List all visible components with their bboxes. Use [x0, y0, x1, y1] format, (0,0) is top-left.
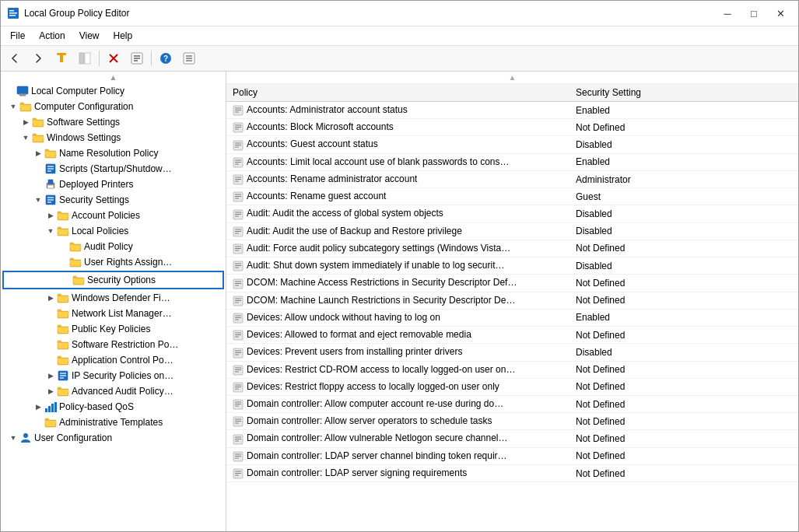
delete-button[interactable] — [103, 48, 124, 68]
table-row[interactable]: Domain controller: Allow server operator… — [226, 413, 798, 430]
table-row[interactable]: Accounts: Rename administrator accountAd… — [226, 170, 798, 187]
expand-icon-windows-defender[interactable]: ▶ — [44, 292, 57, 304]
expand-icon-user-rights — [57, 256, 69, 268]
sidebar-item-label-account-policies: Account Policies — [72, 210, 140, 221]
up-button[interactable] — [51, 48, 72, 68]
sidebar-item-local-policies[interactable]: ▼ Local Policies — [1, 223, 226, 239]
sidebar-item-user-rights[interactable]: User Rights Assign… — [1, 254, 226, 270]
table-row[interactable]: Accounts: Rename guest accountGuest — [226, 188, 798, 205]
policy-name-cell: Devices: Allowed to format and eject rem… — [226, 327, 569, 344]
export-button[interactable] — [178, 48, 200, 68]
expand-icon-name-resolution[interactable]: ▶ — [32, 147, 44, 159]
expand-icon-local-policies[interactable]: ▼ — [44, 225, 57, 237]
policy-setting-cell: Disabled — [569, 136, 798, 153]
policy-setting-cell: Guest — [569, 188, 798, 205]
sidebar-item-software-settings[interactable]: ▶ Software Settings — [1, 114, 226, 130]
svg-rect-67 — [233, 210, 243, 219]
table-row[interactable]: Domain controller: Allow vulnerable Netl… — [226, 430, 798, 447]
table-row[interactable]: Devices: Allowed to format and eject rem… — [226, 327, 798, 344]
table-row[interactable]: DCOM: Machine Launch Restrictions in Sec… — [226, 292, 798, 309]
policy-setting-cell: Administrator — [569, 170, 798, 187]
svg-rect-6 — [79, 53, 84, 64]
sidebar-item-advanced-audit[interactable]: ▶ Advanced Audit Policy… — [1, 383, 226, 399]
sidebar-item-name-resolution[interactable]: ▶ Name Resolution Policy — [1, 145, 226, 161]
sidebar-item-user-config[interactable]: ▼ User Configuration — [1, 430, 226, 446]
folder-open-icon — [19, 100, 32, 113]
sidebar-item-audit-policy[interactable]: Audit Policy — [1, 239, 226, 254]
help-button[interactable]: ? — [155, 48, 177, 68]
sidebar-item-public-key[interactable]: Public Key Policies — [1, 321, 226, 337]
sidebar-item-deployed-printers[interactable]: Deployed Printers — [1, 177, 226, 192]
svg-rect-20 — [17, 86, 28, 94]
sidebar-item-windows-settings[interactable]: ▼ Windows Settings — [1, 130, 226, 145]
expand-icon-computer-config[interactable]: ▼ — [7, 100, 19, 113]
policy-setting-cell: Disabled — [569, 257, 798, 275]
sidebar-item-windows-defender[interactable]: ▶ Windows Defender Fi… — [1, 290, 226, 306]
svg-rect-103 — [233, 366, 243, 375]
menu-file[interactable]: File — [4, 28, 31, 44]
expand-icon-software-settings[interactable]: ▶ — [19, 116, 32, 128]
sidebar-item-network-list[interactable]: Network List Manager… — [1, 306, 226, 321]
expand-icon-security-settings[interactable]: ▼ — [32, 194, 44, 206]
svg-rect-39 — [48, 406, 51, 412]
sidebar-item-security-options[interactable]: Security Options — [2, 271, 224, 289]
table-row[interactable]: Domain controller: LDAP server signing r… — [226, 464, 798, 481]
table-row[interactable]: Accounts: Block Microsoft accountsNot De… — [226, 119, 798, 136]
expand-icon-account-policies[interactable]: ▶ — [44, 209, 57, 222]
sidebar-item-admin-templates[interactable]: Administrative Templates — [1, 415, 226, 430]
sidebar-scroll-up[interactable]: ▲ — [1, 72, 226, 83]
sidebar-item-policy-qos[interactable]: ▶ Policy-based QoS — [1, 399, 226, 415]
menu-help[interactable]: Help — [107, 28, 139, 44]
table-row[interactable]: Devices: Allow undock without having to … — [226, 309, 798, 326]
svg-rect-1 — [9, 10, 14, 12]
forward-button[interactable] — [27, 48, 49, 68]
sidebar-item-computer-config[interactable]: ▼ Computer Configuration — [1, 99, 226, 114]
sidebar-item-software-restriction[interactable]: Software Restriction Po… — [1, 337, 226, 352]
table-row[interactable]: Accounts: Administrator account statusEn… — [226, 102, 798, 119]
content-scroll-up[interactable]: ▲ — [226, 72, 798, 84]
menu-action[interactable]: Action — [33, 28, 71, 44]
expand-icon-windows-settings[interactable]: ▼ — [19, 131, 32, 144]
expand-icon-policy-qos[interactable]: ▶ — [32, 401, 44, 413]
sidebar-item-scripts[interactable]: Scripts (Startup/Shutdow… — [1, 161, 226, 177]
back-button[interactable] — [4, 48, 26, 68]
table-row[interactable]: Audit: Force audit policy subcategory se… — [226, 240, 798, 257]
menu-view[interactable]: View — [73, 28, 106, 44]
expand-icon-user-config[interactable]: ▼ — [7, 432, 19, 444]
sidebar-item-label-computer-config: Computer Configuration — [34, 101, 133, 112]
sidebar-item-root[interactable]: Local Computer Policy — [1, 83, 226, 99]
table-row[interactable]: Audit: Audit the use of Backup and Resto… — [226, 222, 798, 240]
table-row[interactable]: Domain controller: LDAP server channel b… — [226, 447, 798, 464]
table-row[interactable]: Devices: Restrict CD-ROM access to local… — [226, 361, 798, 378]
policy-setting-cell: Not Defined — [569, 361, 798, 378]
table-row[interactable]: Domain controller: Allow computer accoun… — [226, 395, 798, 412]
table-row[interactable]: Accounts: Limit local account use of bla… — [226, 153, 798, 170]
show-hide-button[interactable] — [74, 48, 96, 68]
policy-setting-cell: Disabled — [569, 205, 798, 222]
table-row[interactable]: Devices: Prevent users from installing p… — [226, 344, 798, 361]
policy-row-icon — [233, 398, 244, 409]
expand-icon-security-options — [60, 274, 72, 286]
table-row[interactable]: Devices: Restrict floppy access to local… — [226, 378, 798, 395]
policy-name-cell: Accounts: Block Microsoft accounts — [226, 119, 569, 136]
sidebar-item-app-control[interactable]: Application Control Po… — [1, 352, 226, 368]
table-row[interactable]: Accounts: Guest account statusDisabled — [226, 136, 798, 153]
table-row[interactable]: Audit: Shut down system immediately if u… — [226, 257, 798, 275]
sidebar-item-ip-security[interactable]: ▶ IP Security Policies on… — [1, 368, 226, 383]
expand-icon-ip-security[interactable]: ▶ — [44, 369, 57, 382]
minimize-button[interactable]: ─ — [716, 5, 739, 21]
properties-button[interactable] — [126, 48, 148, 68]
expand-icon-advanced-audit[interactable]: ▶ — [44, 385, 57, 397]
sidebar-item-label-root: Local Computer Policy — [31, 86, 124, 96]
sidebar-item-security-settings[interactable]: ▼ Security Settings — [1, 192, 226, 208]
svg-rect-4 — [57, 53, 66, 55]
sidebar-item-label-ip-security: IP Security Policies on… — [72, 370, 173, 381]
sidebar-item-account-policies[interactable]: ▶ Account Policies — [1, 208, 226, 223]
close-button[interactable]: ✕ — [769, 5, 792, 21]
title-bar-controls: ─ □ ✕ — [716, 5, 792, 21]
toolbar: ? — [1, 46, 798, 72]
table-row[interactable]: Audit: Audit the access of global system… — [226, 205, 798, 222]
table-row[interactable]: DCOM: Machine Access Restrictions in Sec… — [226, 275, 798, 292]
svg-rect-47 — [233, 123, 243, 132]
maximize-button[interactable]: □ — [742, 5, 766, 21]
